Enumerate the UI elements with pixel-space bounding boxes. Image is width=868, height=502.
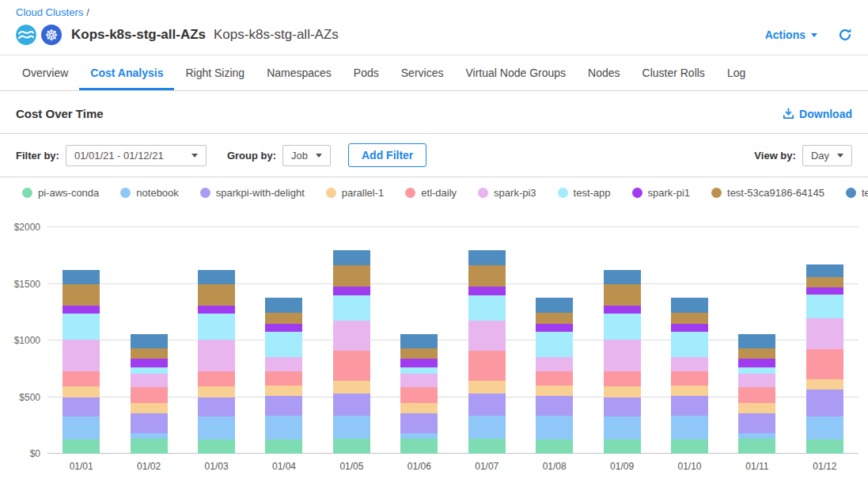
bar-01-07[interactable] [468, 227, 506, 454]
bar-segment-spark-pi3[interactable] [468, 321, 506, 351]
bar-segment-parallel-1[interactable] [604, 386, 641, 397]
legend-item-spark-pi1[interactable]: spark-pi1 [632, 187, 690, 199]
bar-segment-test-53ca9186-64145[interactable] [604, 284, 641, 306]
bar-segment-spark-pi1[interactable] [468, 287, 506, 295]
bar-segment-notebook[interactable] [131, 433, 168, 439]
bar-segment-sparkpi-with-delight[interactable] [806, 390, 843, 416]
bar-segment-spark-pi1[interactable] [604, 306, 641, 314]
bar-segment-parallel-1[interactable] [63, 386, 100, 397]
bar-segment-parallel-1[interactable] [738, 403, 775, 414]
bar-segment-test-pkix[interactable] [400, 334, 438, 348]
bar-segment-etl-daily[interactable] [468, 351, 506, 381]
bar-segment-pi-aws-conda[interactable] [738, 439, 775, 454]
bar-segment-parallel-1[interactable] [198, 386, 235, 397]
bar-segment-spark-pi3[interactable] [806, 318, 843, 349]
refresh-icon[interactable] [838, 28, 852, 42]
bar-segment-spark-pi1[interactable] [198, 306, 235, 314]
bar-segment-pi-aws-conda[interactable] [131, 439, 168, 454]
bar-segment-test-pkix[interactable] [131, 334, 168, 348]
legend-item-pi-aws-conda[interactable]: pi-aws-conda [22, 187, 99, 199]
bar-segment-spark-pi3[interactable] [738, 374, 775, 386]
bar-segment-spark-pi3[interactable] [536, 357, 573, 371]
bar-segment-test-pkix[interactable] [63, 270, 100, 284]
bar-segment-parallel-1[interactable] [671, 386, 708, 396]
bar-01-02[interactable] [131, 227, 168, 454]
bar-segment-test-pkix[interactable] [198, 270, 235, 284]
bar-segment-notebook[interactable] [198, 416, 235, 439]
bar-segment-spark-pi1[interactable] [536, 324, 573, 332]
legend-item-etl-daily[interactable]: etl-daily [405, 187, 457, 199]
bar-segment-pi-aws-conda[interactable] [265, 439, 302, 454]
bar-segment-test-app[interactable] [131, 367, 168, 374]
bar-01-12[interactable] [806, 227, 843, 454]
bar-segment-test-53ca9186-64145[interactable] [63, 284, 100, 306]
bar-segment-sparkpi-with-delight[interactable] [671, 396, 708, 416]
bar-segment-etl-daily[interactable] [806, 349, 843, 379]
bar-01-05[interactable] [333, 227, 370, 454]
bar-segment-spark-pi3[interactable] [63, 340, 100, 371]
bar-segment-test-pkix[interactable] [671, 298, 708, 313]
bar-segment-pi-aws-conda[interactable] [63, 439, 100, 454]
bar-segment-sparkpi-with-delight[interactable] [131, 413, 168, 433]
bar-segment-test-app[interactable] [468, 295, 506, 321]
bar-segment-etl-daily[interactable] [671, 371, 708, 386]
tab-services[interactable]: Services [390, 55, 455, 90]
bar-segment-etl-daily[interactable] [400, 387, 438, 403]
tab-cluster-rolls[interactable]: Cluster Rolls [631, 55, 716, 90]
bar-segment-spark-pi1[interactable] [63, 306, 100, 314]
bar-segment-parallel-1[interactable] [468, 381, 506, 394]
bar-segment-sparkpi-with-delight[interactable] [63, 397, 100, 416]
bar-segment-test-app[interactable] [400, 367, 438, 374]
bar-01-08[interactable] [536, 227, 573, 454]
bar-segment-pi-aws-conda[interactable] [198, 439, 235, 454]
bar-segment-spark-pi1[interactable] [131, 359, 168, 367]
bar-segment-notebook[interactable] [400, 433, 438, 439]
bar-segment-test-pkix[interactable] [604, 270, 641, 284]
bar-segment-test-53ca9186-64145[interactable] [265, 313, 302, 324]
bar-segment-spark-pi1[interactable] [333, 287, 370, 295]
bar-segment-test-pkix[interactable] [468, 250, 506, 265]
bar-01-10[interactable] [671, 227, 708, 454]
bar-segment-etl-daily[interactable] [333, 351, 370, 381]
view-by-select[interactable]: Day [802, 145, 852, 166]
bar-segment-sparkpi-with-delight[interactable] [333, 394, 370, 416]
tab-cost-analysis[interactable]: Cost Analysis [79, 55, 174, 90]
bar-segment-etl-daily[interactable] [738, 387, 775, 403]
bar-segment-test-pkix[interactable] [333, 250, 370, 265]
tab-namespaces[interactable]: Namespaces [256, 55, 343, 90]
bar-segment-test-app[interactable] [738, 367, 775, 374]
bar-segment-test-53ca9186-64145[interactable] [131, 348, 168, 359]
bar-segment-test-pkix[interactable] [738, 334, 775, 348]
bar-segment-test-app[interactable] [333, 295, 370, 321]
bar-segment-test-pkix[interactable] [265, 298, 302, 313]
bar-segment-notebook[interactable] [536, 416, 573, 439]
bar-segment-test-app[interactable] [536, 332, 573, 357]
bar-segment-pi-aws-conda[interactable] [468, 439, 506, 454]
bar-segment-pi-aws-conda[interactable] [604, 439, 641, 454]
tab-log[interactable]: Log [716, 55, 756, 90]
bar-segment-pi-aws-conda[interactable] [671, 439, 708, 454]
bar-segment-pi-aws-conda[interactable] [333, 439, 370, 454]
bar-01-04[interactable] [265, 227, 302, 454]
bar-segment-pi-aws-conda[interactable] [400, 439, 438, 454]
tab-right-sizing[interactable]: Right Sizing [174, 55, 256, 90]
bar-segment-test-pkix[interactable] [806, 264, 843, 277]
breadcrumb-link-cloud-clusters[interactable]: Cloud Clusters [16, 6, 83, 18]
legend-item-spark-pi3[interactable]: spark-pi3 [478, 187, 536, 199]
bar-segment-spark-pi1[interactable] [738, 359, 775, 367]
bar-segment-sparkpi-with-delight[interactable] [198, 397, 235, 416]
legend-item-parallel-1[interactable]: parallel-1 [326, 187, 384, 199]
bar-segment-test-pkix[interactable] [536, 298, 573, 313]
bar-segment-spark-pi3[interactable] [131, 374, 168, 386]
bar-01-06[interactable] [400, 227, 438, 454]
bar-segment-parallel-1[interactable] [806, 379, 843, 390]
bar-segment-etl-daily[interactable] [536, 371, 573, 386]
bar-segment-spark-pi1[interactable] [400, 359, 438, 367]
bar-segment-test-53ca9186-64145[interactable] [198, 284, 235, 306]
tab-pods[interactable]: Pods [343, 55, 390, 90]
bar-segment-spark-pi3[interactable] [400, 374, 438, 386]
bar-segment-notebook[interactable] [63, 416, 100, 439]
legend-item-sparkpi-with-delight[interactable]: sparkpi-with-delight [200, 187, 305, 199]
bar-segment-etl-daily[interactable] [604, 371, 641, 386]
bar-segment-etl-daily[interactable] [198, 371, 235, 386]
